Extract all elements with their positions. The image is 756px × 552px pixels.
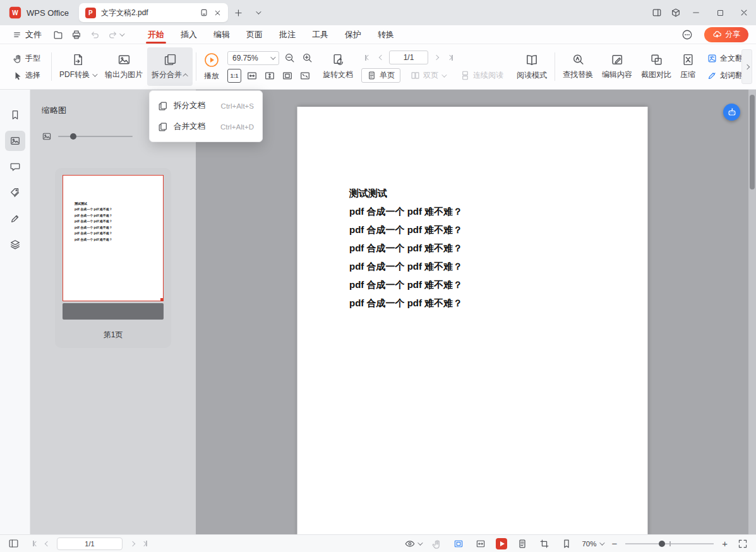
new-tab-button[interactable] [231,4,247,21]
workspace-button[interactable] [649,4,665,21]
slider-handle[interactable] [659,541,665,547]
next-page-button[interactable] [430,51,442,64]
ribbon-tab[interactable]: 插入 [172,25,205,44]
zoom-out-button[interactable] [283,51,297,65]
compress-button[interactable]: 压缩 [676,47,700,86]
ribbon-tab[interactable]: 开始 [140,25,172,44]
thumbnail-doc-title: 测试测试 [75,200,164,207]
ai-assistant-button[interactable] [723,104,740,121]
select-tool-button[interactable]: 选择 [9,68,44,83]
fit-page-icon [282,70,293,81]
thumbnail-size-slider[interactable] [58,133,133,140]
first-page-button[interactable] [361,51,373,64]
redo-button[interactable] [108,30,123,40]
full-screen-fit-button[interactable] [298,69,312,83]
menu-item[interactable]: 合并文档 Ctrl+Alt+D [150,116,262,137]
double-page-view-button[interactable]: 双页 [405,69,450,82]
zoom-select[interactable]: 69.75% [227,51,279,65]
next-page-button[interactable] [126,537,138,550]
ribbon-tab[interactable]: 批注 [271,25,304,44]
document-tab[interactable]: P 文字文稿2.pdf [79,3,228,22]
split-merge-label: 拆分合并 [152,69,182,80]
ribbon-tab[interactable]: 工具 [304,25,337,44]
screenshot-compare-button[interactable]: 截图对比 [637,47,676,86]
last-page-button[interactable] [444,51,456,64]
chevron-down-icon[interactable] [119,31,124,36]
close-window-button[interactable] [732,0,756,25]
rotate-document-button[interactable]: 旋转文档 [318,47,357,86]
export-image-button[interactable]: 输出为图片 [100,47,147,86]
more-tools-button[interactable] [679,27,695,43]
ribbon-tab[interactable]: 转换 [369,25,402,44]
slider-handle[interactable] [70,133,76,140]
hand-tool-button[interactable] [429,537,443,551]
first-page-button[interactable] [29,537,41,550]
play-button[interactable]: 播放 [200,47,224,86]
zoom-in-button[interactable] [301,51,315,65]
toggle-sidebar-button[interactable] [6,537,20,551]
app-brand[interactable]: W WPS Office [0,0,79,25]
tab-list-button[interactable] [249,4,266,21]
single-page-view-button[interactable] [515,537,529,551]
comments-panel-button[interactable] [5,157,25,177]
zoom-percent-button[interactable]: 70% [582,540,603,548]
edit-content-button[interactable]: 编辑内容 [597,47,637,86]
page-thumbnail-card[interactable]: 测试测试 pdf 合成一个 pdf 难不难？pdf 合成一个 pdf 难不难？p… [55,168,171,348]
fit-width-button[interactable] [245,69,259,83]
layers-panel-button[interactable] [5,234,25,255]
read-mode-button[interactable]: 阅读模式 [512,47,551,86]
zoom-slider[interactable] [625,540,714,548]
fit-width-view-button[interactable] [474,537,488,551]
hand-tool-button[interactable]: 手型 [9,51,44,66]
ribbon-tab[interactable]: 页面 [238,25,271,44]
actual-size-button[interactable]: 1:1 [227,69,241,83]
pdf-page[interactable]: 测试测试 pdf 合成一个 pdf 难不难？pdf 合成一个 pdf 难不难？p… [297,107,647,534]
previous-page-button[interactable] [375,51,387,64]
fit-page-button[interactable] [280,69,294,83]
hand-tool-label: 手型 [25,53,40,64]
file-menu-button[interactable]: 文件 [8,25,47,44]
close-tab-icon[interactable] [213,9,222,17]
slideshow-play-button[interactable] [496,538,507,549]
scrollbar-thumb[interactable] [750,95,755,189]
app-center-button[interactable] [668,4,684,21]
annotate-panel-button[interactable] [5,208,25,229]
vertical-scrollbar[interactable] [748,90,756,534]
open-file-button[interactable] [53,30,63,40]
single-page-view-button[interactable]: 单页 [361,68,400,83]
document-canvas[interactable]: 测试测试 pdf 合成一个 pdf 难不难？pdf 合成一个 pdf 难不难？p… [196,90,748,534]
zoom-out-button[interactable]: − [611,539,617,548]
fit-height-button[interactable] [263,69,277,83]
tags-panel-button[interactable] [5,183,25,203]
translate-word-button[interactable]: 划词翻 [704,68,747,83]
page-1-thumbnail[interactable]: 测试测试 pdf 合成一个 pdf 难不难？pdf 合成一个 pdf 难不难？p… [63,175,164,301]
ribbon-tab[interactable]: 编辑 [205,25,238,44]
thumbnails-panel-button[interactable] [5,131,25,151]
fit-page-view-button[interactable] [452,537,465,551]
undo-button[interactable] [90,30,100,40]
bookmark-button[interactable] [560,537,573,551]
statusbar-page-input[interactable] [57,537,123,550]
ribbon-tab[interactable]: 保护 [337,25,369,44]
menu-item[interactable]: 拆分文档 Ctrl+Alt+S [150,95,262,116]
pdf-convert-button[interactable]: PDF转换 [55,47,100,86]
view-mode-button[interactable] [404,537,421,551]
play-label: 播放 [204,71,219,81]
share-button[interactable]: 分享 [704,27,748,42]
split-merge-button[interactable]: 拆分合并 [147,47,193,86]
previous-page-button[interactable] [41,537,53,550]
page-indicator-input[interactable] [389,51,428,64]
minimize-button[interactable] [684,0,708,25]
screenshot-button[interactable] [537,537,551,551]
translate-full-button[interactable]: 全文翻 [704,51,747,66]
print-button[interactable] [71,30,81,40]
continuous-read-button[interactable]: 连续阅读 [455,69,508,82]
zoom-in-button[interactable]: + [722,539,728,548]
float-window-icon[interactable] [200,8,208,17]
maximize-button[interactable] [708,0,732,25]
ribbon-expand-button[interactable] [741,49,752,84]
bookmarks-panel-button[interactable] [5,105,25,125]
last-page-button[interactable] [138,537,150,550]
find-replace-button[interactable]: 查找替换 [558,47,597,86]
fullscreen-button[interactable] [736,537,750,551]
